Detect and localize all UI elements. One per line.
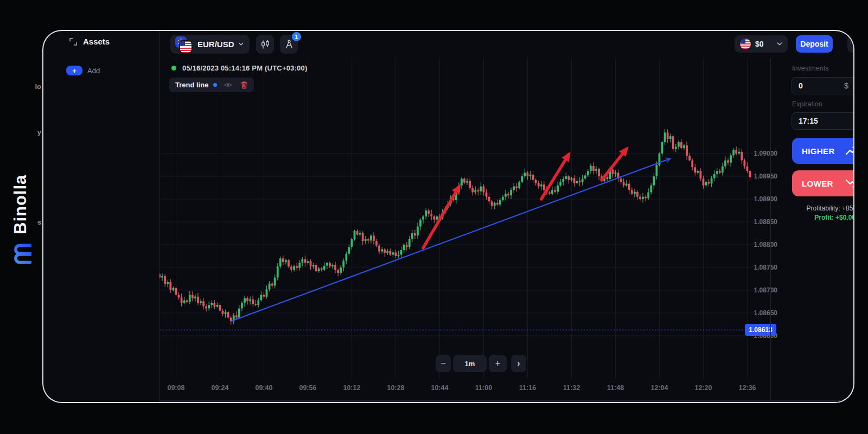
binolla-logo-icon	[10, 242, 31, 266]
usd-account-flag-icon	[740, 39, 751, 49]
lower-button[interactable]: LOWER	[792, 170, 854, 196]
trendline-label: Trend line	[175, 81, 208, 89]
trendline-color-dot	[213, 83, 217, 87]
zoom-in-button[interactable]: +	[489, 355, 507, 372]
trade-panel-divider	[770, 58, 771, 403]
price-chart: 09:0809:2409:4009:5610:1210:2810:4411:00…	[43, 31, 854, 403]
svg-text:12:20: 12:20	[694, 384, 712, 392]
deposit-button[interactable]: Deposit	[796, 35, 833, 53]
svg-text:10:44: 10:44	[431, 384, 448, 392]
svg-text:11:32: 11:32	[563, 384, 580, 392]
chevron-down-icon	[777, 42, 782, 46]
clipped-menu-text: lo	[31, 82, 41, 91]
investment-value: 0	[799, 81, 803, 90]
svg-text:09:56: 09:56	[299, 384, 316, 392]
investments-label: Investments	[792, 65, 828, 72]
expiration-input[interactable]: 17:15	[792, 112, 854, 130]
assets-header: Assets	[69, 37, 110, 46]
svg-text:1.08800: 1.08800	[754, 241, 778, 248]
svg-text:10:28: 10:28	[387, 384, 404, 392]
svg-text:09:08: 09:08	[167, 384, 184, 392]
svg-text:1.08950: 1.08950	[754, 173, 778, 180]
svg-text:11:16: 11:16	[519, 384, 536, 392]
page-background: Binolla lo y s 09:0809:2409:4009:5610:12…	[0, 0, 868, 434]
arrow-down-icon	[845, 177, 854, 189]
trash-icon[interactable]	[240, 81, 248, 89]
us-flag-icon	[180, 41, 192, 53]
svg-text:1.08650: 1.08650	[754, 309, 778, 317]
expiration-value: 17:15	[799, 117, 818, 125]
candles-layer	[156, 129, 751, 324]
eye-icon[interactable]	[224, 82, 232, 88]
chart-scrollbar[interactable]	[159, 400, 854, 403]
add-asset-button[interactable]: +	[66, 66, 82, 75]
svg-text:1.08750: 1.08750	[754, 264, 778, 271]
eurusd-flags-icon	[175, 35, 193, 54]
svg-text:1.09000: 1.09000	[754, 150, 778, 157]
scroll-forward-button[interactable]: ›	[511, 355, 526, 372]
chart-type-button[interactable]	[256, 35, 274, 54]
svg-text:1.08850: 1.08850	[754, 218, 778, 226]
svg-text:11:48: 11:48	[607, 384, 624, 392]
add-asset-row[interactable]: + Add	[66, 66, 100, 75]
candlestick-icon	[260, 40, 270, 49]
assets-title: Assets	[83, 37, 110, 46]
brand-rail: Binolla	[10, 163, 31, 266]
higher-button[interactable]: HIGHER	[792, 138, 854, 164]
plus-icon: +	[72, 67, 76, 74]
arrow-up-icon	[845, 145, 854, 157]
chart-timestamp: 05/16/2023 05:14:16 PM (UTC+03:00)	[171, 64, 307, 72]
svg-text:1.08700: 1.08700	[754, 286, 778, 294]
chevron-down-icon	[239, 42, 243, 46]
higher-label: HIGHER	[802, 146, 835, 156]
lower-label: LOWER	[802, 179, 833, 188]
trendline-tool-chip[interactable]: Trend line	[169, 78, 254, 92]
account-balance-selector[interactable]: $0	[735, 35, 788, 53]
brand-name: Binolla	[11, 175, 30, 234]
svg-text:09:40: 09:40	[255, 384, 272, 392]
clipped-toolbar-button[interactable]	[847, 35, 854, 53]
currency-symbol: $	[844, 81, 848, 90]
clipped-menu-text: y	[31, 128, 41, 136]
add-asset-label: Add	[87, 67, 100, 75]
svg-text:09:24: 09:24	[211, 384, 228, 392]
symbol-selector[interactable]: EUR/USD	[170, 35, 250, 54]
profit-summary: Profitability: +85% Profit: +$0.00	[792, 205, 854, 221]
trend-line-annotation[interactable]	[231, 158, 671, 321]
trading-panel: 09:0809:2409:4009:5610:1210:2810:4411:00…	[42, 30, 854, 403]
sidebar-divider	[159, 31, 160, 403]
svg-text:11:00: 11:00	[475, 384, 492, 392]
drawings-count-badge: 1	[292, 32, 301, 41]
investment-input[interactable]: 0 $	[792, 77, 854, 94]
svg-text:1.08900: 1.08900	[754, 195, 778, 203]
svg-text:10:12: 10:12	[343, 384, 360, 392]
timestamp-text: 05/16/2023 05:14:16 PM (UTC+03:00)	[182, 64, 307, 72]
interval-selector[interactable]: 1m	[453, 355, 487, 372]
current-price-value: 1.08613	[749, 326, 773, 334]
expiration-label: Expiration	[792, 100, 822, 108]
profit-text: Profit: +$0.00	[792, 214, 854, 221]
compass-icon	[284, 40, 294, 49]
clipped-menu-text: s	[31, 218, 41, 226]
zoom-out-button[interactable]: −	[436, 355, 451, 372]
live-status-icon	[171, 66, 176, 71]
symbol-name: EUR/USD	[197, 40, 234, 49]
move-handles-icon	[69, 37, 78, 46]
balance-amount: $0	[755, 40, 764, 48]
svg-text:12:04: 12:04	[650, 384, 668, 392]
profitability-text: Profitability: +85%	[792, 205, 854, 212]
svg-text:12:36: 12:36	[738, 384, 756, 392]
